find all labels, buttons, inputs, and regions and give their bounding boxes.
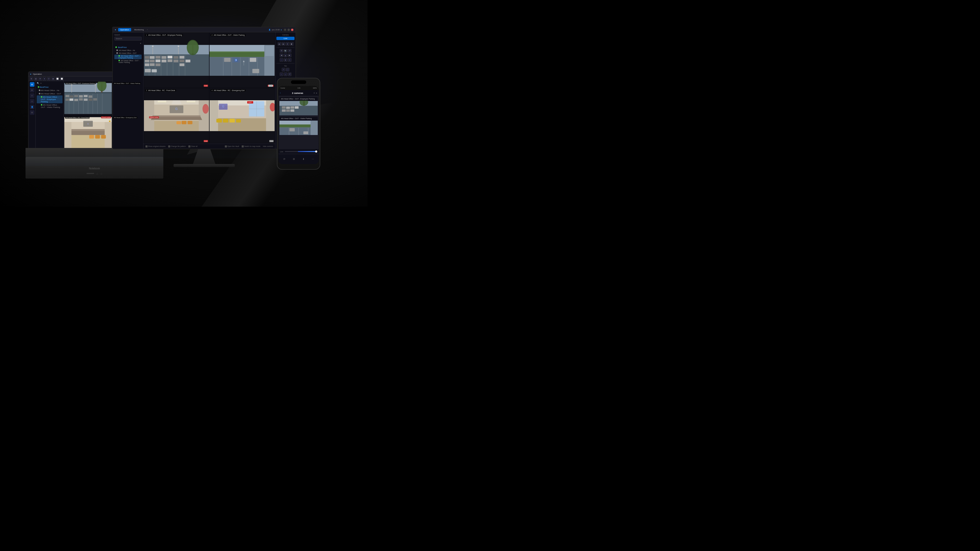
tree-item-head-office-he[interactable]: AN Head Office - He [37,89,62,92]
monitor-tab-monitoring[interactable]: Monitoring [132,28,146,32]
laptop-cam-label-4: AN Head Office - Emergency Exit [113,117,137,119]
toolbar-btn-5[interactable]: ⊡ [47,77,51,81]
sidebar-tree-employee[interactable]: AN Head Office - OUT - Employee Parking [115,55,142,59]
ptz-zoomin[interactable]: + [288,58,291,62]
sidebar-tree-visitor[interactable]: AN Head Office - OUT - Visitor Parking [115,59,142,64]
sidebar-icon-alert[interactable]: ⚠ [30,99,35,103]
svg-rect-22 [89,98,92,101]
svg-rect-107 [180,64,185,66]
ctrl-stop[interactable]: ⏹ [290,42,293,46]
toolbar-btn-2[interactable]: ▤ [34,77,38,81]
clear-all-btn[interactable]: Clear all [188,145,197,148]
svg-rect-2 [64,92,112,94]
nav-next[interactable]: ↺ [288,73,291,76]
svg-rect-123 [224,58,231,62]
phone-header: ‹ 2 cameras + × [278,90,319,96]
laptop-cam-label-3: AN Head Office - RC - Front Desk [65,117,89,119]
ptz-down[interactable]: ▼ [284,58,287,62]
ctrl-pause[interactable]: ⏸ [286,42,290,46]
phone-carrier: Carrier [280,87,285,89]
tile-fullscreen[interactable]: ⛶ [286,68,290,71]
phone-back-btn[interactable]: ‹ [280,92,281,94]
svg-rect-53 [95,135,100,138]
ctrl-prev[interactable]: ⏮ [278,42,281,46]
monitor-cam-num-3: 3 [146,89,147,91]
ctrl-next[interactable]: ⏭ [282,42,285,46]
tile-expand[interactable]: ⤢ [282,68,285,71]
change-tile-btn[interactable]: Change tile pattern [168,145,186,148]
tree-dot-4 [41,96,42,98]
tree-item-visitor-parking[interactable]: AN Head Office - OUT - Visitor Parking [37,103,62,109]
svg-rect-135 [182,121,186,124]
switch-map-btn[interactable]: Switch to map mode [242,145,260,148]
monitor-sidebar: Search ▼ BestPrice AN Head Office - He [113,32,143,149]
tree-dot-he [116,49,118,51]
sidebar-search-input[interactable] [115,37,142,41]
laptop-filter-icon[interactable]: ▼ [40,83,42,84]
monitor-maximize-btn[interactable]: □ [287,29,290,31]
sidebar-tree-bestprice[interactable]: BestPrice [115,46,142,49]
toolbar-btn-6[interactable]: ◉ [51,77,55,81]
tree-dot-bestprice [115,46,117,48]
ptz-settings[interactable]: ⚙ [280,49,283,52]
phone-timeline-fill [298,151,317,152]
svg-rect-103 [186,60,190,62]
monitor-base [173,164,235,167]
toolbar-btn-4[interactable]: ♦ [43,77,46,81]
monitor-reflection [112,148,296,158]
phone-bottom-icon-more[interactable]: ··· [312,158,314,160]
monitor-minimize-btn[interactable]: − [284,29,286,31]
ptz-right[interactable]: ▶ [288,54,291,57]
phone-add-icon[interactable]: + [313,92,315,94]
tree-item-employee-parking[interactable]: AN Head Office - OUT - Employee Parking [37,95,62,103]
sidebar-icon-list[interactable]: ≡ [30,94,35,98]
laptop-cam-badge-4: Closed Locked [149,117,159,118]
svg-point-77 [188,41,198,54]
sidebar-icon-map[interactable]: ⊕ [30,88,35,92]
monitor-cam-live-2: Live [268,85,274,87]
tree-item-root[interactable]: BestPrice [37,86,62,89]
svg-rect-19 [74,99,78,101]
sidebar-icon-grid[interactable]: ⊞ [30,82,35,87]
monitor-tab-operation[interactable]: Operation [118,28,131,32]
sidebar-icon-settings[interactable]: ⚙ [30,110,35,115]
monitor-cam-label-2: 2 AN Head Office - OUT - Visitor Parking [210,34,245,36]
tree-item-head-office-out[interactable]: AN Head Office - OUT [37,92,62,95]
monitor-close-btn[interactable]: × [291,29,293,31]
toolbar-btn-3[interactable]: ⚙ [38,77,42,81]
monitor-win-controls[interactable]: − □ × [284,29,293,31]
filter-icon[interactable]: ▼ [140,42,142,44]
ptz-zoomout[interactable]: − [280,58,283,62]
svg-rect-115 [210,52,264,52]
ptz-camera[interactable]: 📷 [284,49,287,52]
svg-rect-143 [187,102,196,102]
ptz-up[interactable]: ▲ [284,54,287,57]
monitor-main-content: Search ▼ BestPrice AN Head Office - He [113,32,296,149]
toolbar-btn-1[interactable]: ⊞ [30,77,33,81]
live-badge-2: Live [269,85,273,87]
toolbar-btn-7[interactable]: ⬜ [56,77,59,81]
monitor-cam-label-1: 1 AN Head Office - OUT - Employee Parkin… [145,34,183,36]
monitor-cam-live-3: Live [204,140,208,142]
tree-dot-vis [118,60,120,61]
phone-close-icon[interactable]: × [316,92,317,94]
sidebar-icon-user[interactable]: 👤 [30,105,35,109]
svg-rect-29 [95,84,96,93]
show-streams-icon [145,145,148,148]
svg-text:G: G [87,123,89,125]
nav-prev[interactable]: ‹ [280,73,283,76]
monitor-ui: ● Operation Monitoring + 👤 you 15:08 ● −… [113,27,296,149]
show-original-streams-btn[interactable]: Show original streams [145,145,165,148]
sidebar-tree-out[interactable]: AN Head Office - OUT [115,52,142,55]
ptz-left[interactable]: ◀ [280,54,283,57]
phone-bottom-icon-download[interactable]: ⬇ [302,158,304,160]
open-vault-btn[interactable]: Open the Vault [225,145,239,148]
hide-controls-btn[interactable]: hide controls [263,145,273,147]
nav-home[interactable]: ⌂ [284,73,287,76]
sidebar-tree-he[interactable]: AN Head Office - He [115,49,142,52]
svg-rect-155 [223,119,228,123]
toolbar-btn-8[interactable]: ⬜ [60,77,64,81]
tree-dot-emp [118,55,120,57]
laptop-search-icon: 🔍 [37,82,39,84]
ptz-refresh[interactable]: ↺ [288,49,291,52]
